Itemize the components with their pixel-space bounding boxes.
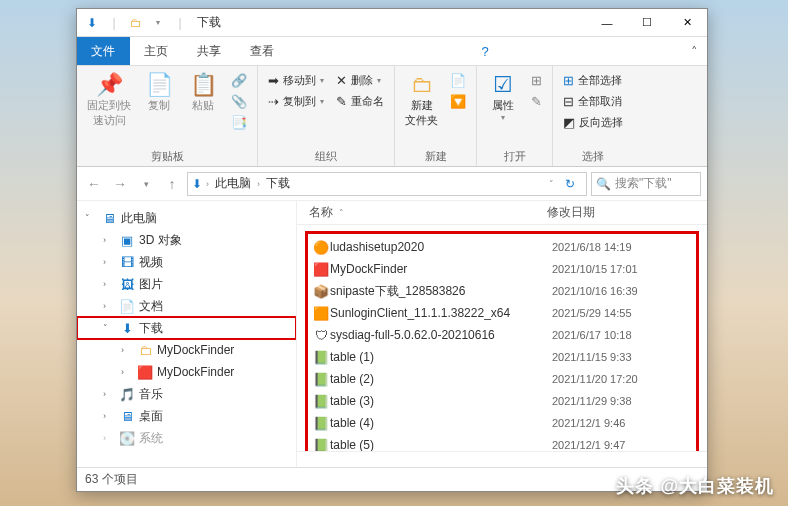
ribbon-tabs: 文件 主页 共享 查看 ? ˄: [77, 37, 707, 65]
nav-back-button[interactable]: ←: [83, 173, 105, 195]
file-type-icon: 📗: [312, 438, 330, 452]
cube-icon: ▣: [119, 233, 135, 248]
file-name: table (3): [330, 394, 552, 408]
tree-mydock-1[interactable]: ›🗀MyDockFinder: [77, 339, 296, 361]
file-type-icon: 🟥: [312, 262, 330, 277]
copy-to-button[interactable]: ⇢复制到▾: [264, 91, 328, 111]
file-row[interactable]: 📗table (4)2021/12/1 9:46: [312, 412, 692, 434]
down-arrow-icon[interactable]: ⬇: [83, 14, 101, 32]
desktop-icon: 🖥: [119, 409, 135, 424]
download-icon: ⬇: [119, 321, 135, 336]
copy-button[interactable]: 📄 复制: [139, 70, 179, 115]
close-button[interactable]: ✕: [667, 10, 707, 36]
file-name: table (5): [330, 438, 552, 451]
ribbon-help-button[interactable]: ?: [472, 37, 498, 65]
easy-access-button[interactable]: 🔽: [446, 91, 470, 111]
pin-icon: 📌: [96, 72, 123, 98]
clipboard-extra-1[interactable]: 🔗: [227, 70, 251, 90]
file-row[interactable]: 🟧SunloginClient_11.1.1.38222_x642021/5/2…: [312, 302, 692, 324]
refresh-button[interactable]: ↻: [558, 177, 582, 191]
tree-videos[interactable]: ›🎞视频: [77, 251, 296, 273]
breadcrumb-downloads[interactable]: 下载: [264, 175, 292, 192]
breadcrumb-pc[interactable]: 此电脑: [213, 175, 253, 192]
qat-separator2: |: [171, 14, 189, 32]
qat-separator: |: [105, 14, 123, 32]
file-row[interactable]: 📦snipaste下载_1285838262021/10/16 16:39: [312, 280, 692, 302]
file-date: 2021/12/1 9:46: [552, 417, 692, 429]
file-list[interactable]: 🟠ludashisetup20202021/6/18 14:19🟥MyDockF…: [297, 225, 707, 451]
properties-button[interactable]: ☑ 属性 ▾: [483, 70, 523, 124]
folder-icon: 🗀: [137, 343, 153, 358]
tree-downloads[interactable]: ˅⬇下载: [77, 317, 296, 339]
file-row[interactable]: 📗table (2)2021/11/20 17:20: [312, 368, 692, 390]
tree-3d-objects[interactable]: ›▣3D 对象: [77, 229, 296, 251]
rename-button[interactable]: ✎重命名: [332, 91, 388, 111]
new-folder-icon: 🗀: [411, 72, 433, 98]
tree-system[interactable]: ›💽系统: [77, 427, 296, 449]
paste-button[interactable]: 📋 粘贴: [183, 70, 223, 115]
copy-icon: 📄: [146, 72, 173, 98]
file-row[interactable]: 🟥MyDockFinder2021/10/15 17:01: [312, 258, 692, 280]
open-extra-2[interactable]: ✎: [527, 91, 546, 111]
file-name: table (2): [330, 372, 552, 386]
new-group-label: 新建: [401, 147, 470, 164]
folder-icon: 🗀: [127, 14, 145, 32]
tree-pictures[interactable]: ›🖼图片: [77, 273, 296, 295]
file-date: 2021/11/15 9:33: [552, 351, 692, 363]
file-row[interactable]: 🛡sysdiag-full-5.0.62.0-202106162021/6/17…: [312, 324, 692, 346]
file-row[interactable]: 📗table (5)2021/12/1 9:47: [312, 434, 692, 451]
organize-group-label: 组织: [264, 147, 388, 164]
nav-recent-button[interactable]: ▾: [135, 173, 157, 195]
file-name: ludashisetup2020: [330, 240, 552, 254]
address-bar[interactable]: ⬇ › 此电脑 › 下载 ˅ ↻: [187, 172, 587, 196]
tree-documents[interactable]: ›📄文档: [77, 295, 296, 317]
qat-dropdown[interactable]: ▾: [149, 14, 167, 32]
col-name-header[interactable]: 名称: [309, 204, 333, 221]
move-to-button[interactable]: ➡移动到▾: [264, 70, 328, 90]
properties-icon: ☑: [493, 72, 513, 98]
title-bar: ⬇ | 🗀 ▾ | 下载 — ☐ ✕: [77, 9, 707, 37]
nav-up-button[interactable]: ↑: [161, 173, 183, 195]
file-row[interactable]: 🟠ludashisetup20202021/6/18 14:19: [312, 236, 692, 258]
file-row[interactable]: 📗table (3)2021/11/29 9:38: [312, 390, 692, 412]
col-date-header[interactable]: 修改日期: [547, 204, 707, 221]
file-type-icon: 📗: [312, 416, 330, 431]
address-dropdown[interactable]: ˅: [549, 179, 554, 189]
column-headers[interactable]: 名称˄ 修改日期: [297, 201, 707, 225]
delete-button[interactable]: ✕删除▾: [332, 70, 388, 90]
maximize-button[interactable]: ☐: [627, 10, 667, 36]
tab-home[interactable]: 主页: [130, 37, 183, 65]
chevron-right-icon: ›: [206, 179, 209, 189]
search-input[interactable]: 🔍 搜索"下载": [591, 172, 701, 196]
file-type-icon: 🟧: [312, 306, 330, 321]
file-date: 2021/11/29 9:38: [552, 395, 692, 407]
clipboard-extra-3[interactable]: 📑: [227, 112, 251, 132]
tab-share[interactable]: 共享: [183, 37, 236, 65]
tree-music[interactable]: ›🎵音乐: [77, 383, 296, 405]
nav-forward-button[interactable]: →: [109, 173, 131, 195]
file-row[interactable]: 📗table (1)2021/11/15 9:33: [312, 346, 692, 368]
tree-this-pc[interactable]: ˅🖥此电脑: [77, 207, 296, 229]
explorer-window: ⬇ | 🗀 ▾ | 下载 — ☐ ✕ 文件 主页 共享 查看 ? ˄ 📌 固定到…: [76, 8, 708, 492]
file-date: 2021/5/29 14:55: [552, 307, 692, 319]
select-none-button[interactable]: ⊟全部取消: [559, 91, 627, 111]
ribbon-collapse-button[interactable]: ˄: [681, 37, 707, 65]
minimize-button[interactable]: —: [587, 10, 627, 36]
new-item-button[interactable]: 📄: [446, 70, 470, 90]
invert-selection-button[interactable]: ◩反向选择: [559, 112, 627, 132]
open-group-label: 打开: [483, 147, 546, 164]
new-folder-button[interactable]: 🗀 新建 文件夹: [401, 70, 442, 130]
tree-desktop[interactable]: ›🖥桌面: [77, 405, 296, 427]
select-all-button[interactable]: ⊞全部选择: [559, 70, 627, 90]
file-date: 2021/6/17 10:18: [552, 329, 692, 341]
tree-mydock-2[interactable]: ›🟥MyDockFinder: [77, 361, 296, 383]
open-extra-1[interactable]: ⊞: [527, 70, 546, 90]
search-icon: 🔍: [596, 177, 611, 191]
horizontal-scrollbar[interactable]: [297, 451, 707, 467]
document-icon: 📄: [119, 299, 135, 314]
tab-file[interactable]: 文件: [77, 37, 130, 65]
pin-quick-access-button[interactable]: 📌 固定到快 速访问: [83, 70, 135, 130]
tab-view[interactable]: 查看: [236, 37, 289, 65]
clipboard-extra-2[interactable]: 📎: [227, 91, 251, 111]
navigation-tree[interactable]: ˅🖥此电脑 ›▣3D 对象 ›🎞视频 ›🖼图片 ›📄文档 ˅⬇下载 ›🗀MyDo…: [77, 201, 297, 467]
